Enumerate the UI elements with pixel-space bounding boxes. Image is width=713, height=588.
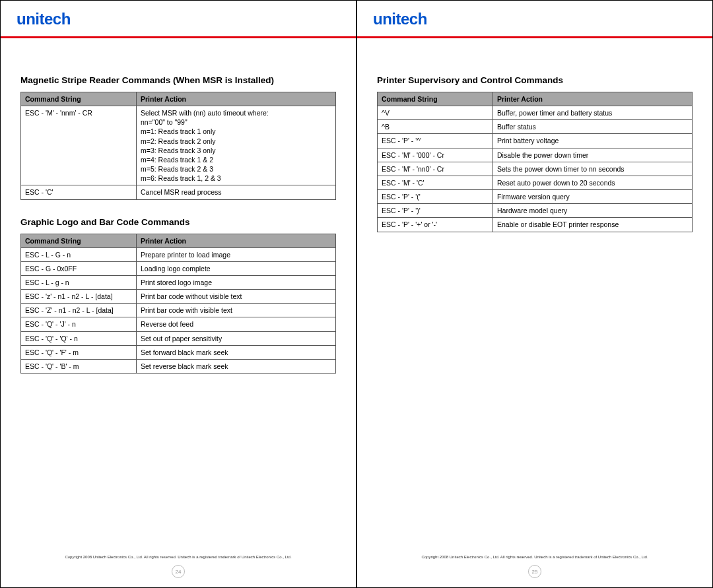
cell-cmd: ESC - 'P' - ')' [378, 204, 493, 218]
page-content: Magnetic Stripe Reader Commands (When MS… [1, 38, 356, 587]
cell-cmd: ESC - 'Q' - 'J' - n [21, 317, 137, 331]
cell-act: Print bar code without visible text [137, 290, 336, 304]
cell-act: Set forward black mark seek [137, 345, 336, 359]
cell-cmd: ESC - 'C' [21, 185, 137, 199]
table-row: ESC - 'M' - 'C'Reset auto power down to … [378, 176, 693, 189]
page-content: Printer Supervisory and Control Commands… [357, 38, 712, 587]
cell-cmd: ESC - 'P' - '+' or '-' [378, 218, 493, 232]
cell-cmd: ESC - 'P' - '(' [378, 190, 493, 204]
section-title-graphic: Graphic Logo and Bar Code Commands [20, 217, 336, 227]
cell-cmd: ^B [378, 120, 493, 134]
cell-act: Print battery voltage [493, 134, 693, 148]
page-footer: Copyright 2008 Unitech Electronics Co., … [357, 555, 712, 578]
table-row: ESC - 'P' - '^'Print battery voltage [378, 134, 693, 148]
table-row: ESC - 'Z' - n1 - n2 - L - [data]Print ba… [21, 304, 336, 317]
page-header: unitech [357, 1, 712, 32]
cell-cmd: ESC - G - 0x0FF [21, 261, 137, 275]
cell-cmd: ESC - 'Q' - 'F' - m [21, 345, 137, 359]
col-header-cmd: Command String [21, 92, 137, 106]
cell-cmd: ESC - L - G - n [21, 247, 137, 261]
col-header-act: Printer Action [137, 234, 336, 247]
cell-act: Select MSR with (nn) auto timeout where:… [137, 106, 336, 185]
cell-cmd: ESC - 'M' - 'nn0' - Cr [378, 162, 493, 176]
table-row: ESC - 'P' - '+' or '-'Enable or disable … [378, 218, 693, 232]
table-graphic: Command String Printer Action ESC - L - … [20, 234, 336, 374]
cell-cmd: ^V [378, 106, 493, 120]
table-row: ESC - 'Q' - 'J' - nReverse dot feed [21, 317, 336, 331]
cell-act: Set out of paper sensitivity [137, 331, 336, 345]
cell-cmd: ESC - 'M' - 'C' [378, 176, 493, 189]
table-row: ESC - L - g - nPrint stored logo image [21, 275, 336, 289]
cell-act: Set reverse black mark seek [137, 359, 336, 373]
cell-act: Sets the power down timer to nn seconds [493, 162, 693, 176]
table-row: ^BBuffer status [378, 120, 693, 134]
table-row: ESC - G - 0x0FFLoading logo complete [21, 261, 336, 275]
copyright-text: Copyright 2008 Unitech Electronics Co., … [1, 555, 356, 559]
table-row: ESC - 'z' - n1 - n2 - L - [data]Print ba… [21, 290, 336, 304]
cell-act: Cancel MSR read process [137, 185, 336, 199]
cell-act: Print stored logo image [137, 275, 336, 289]
table-row: ESC - 'Q' - 'F' - mSet forward black mar… [21, 345, 336, 359]
cell-act: Firmware version query [493, 190, 693, 204]
table-msr: Command String Printer Action ESC - 'M' … [20, 92, 336, 200]
brand-logo: unitech [17, 10, 340, 28]
cell-act: Hardware model query [493, 204, 693, 218]
cell-act: Print bar code with visible text [137, 304, 336, 317]
cell-act: Enable or disable EOT printer response [493, 218, 693, 232]
cell-act: Buffer status [493, 120, 693, 134]
cell-cmd: ESC - 'Q' - 'B' - m [21, 359, 137, 373]
page-left: unitech Magnetic Stripe Reader Commands … [0, 0, 356, 588]
table-row: ESC - 'P' - '('Firmware version query [378, 190, 693, 204]
table-row: ESC - 'Q' - 'B' - mSet reverse black mar… [21, 359, 336, 373]
cell-cmd: ESC - L - g - n [21, 275, 137, 289]
cell-act: Buffer, power timer and battery status [493, 106, 693, 120]
page-right: unitech Printer Supervisory and Control … [356, 0, 713, 588]
cell-cmd: ESC - 'M' - 'nnm' - CR [21, 106, 137, 185]
brand-logo: unitech [373, 10, 696, 28]
section-title-msr: Magnetic Stripe Reader Commands (When MS… [20, 75, 336, 85]
col-header-act: Printer Action [137, 92, 336, 106]
col-header-cmd: Command String [21, 234, 137, 247]
cell-cmd: ESC - 'Z' - n1 - n2 - L - [data] [21, 304, 137, 317]
cell-cmd: ESC - 'M' - '000' - Cr [378, 148, 493, 162]
table-row: ESC - 'M' - 'nn0' - CrSets the power dow… [378, 162, 693, 176]
cell-cmd: ESC - 'P' - '^' [378, 134, 493, 148]
table-row: ESC - 'Q' - 'Q' - nSet out of paper sens… [21, 331, 336, 345]
cell-act: Prepare printer to load image [137, 247, 336, 261]
page-number: 25 [528, 565, 541, 578]
col-header-cmd: Command String [378, 92, 493, 106]
cell-act: Loading logo complete [137, 261, 336, 275]
cell-cmd: ESC - 'z' - n1 - n2 - L - [data] [21, 290, 137, 304]
cell-cmd: ESC - 'Q' - 'Q' - n [21, 331, 137, 345]
table-row: ^VBuffer, power timer and battery status [378, 106, 693, 120]
table-supervisory: Command String Printer Action ^VBuffer, … [377, 92, 693, 232]
table-row: ESC - 'P' - ')'Hardware model query [378, 204, 693, 218]
page-footer: Copyright 2008 Unitech Electronics Co., … [1, 555, 356, 578]
copyright-text: Copyright 2008 Unitech Electronics Co., … [357, 555, 712, 559]
table-row: ESC - 'C' Cancel MSR read process [21, 185, 336, 199]
page-number: 24 [172, 565, 185, 578]
table-row: ESC - 'M' - '000' - CrDisable the power … [378, 148, 693, 162]
page-header: unitech [1, 1, 356, 32]
col-header-act: Printer Action [493, 92, 693, 106]
table-row: ESC - 'M' - 'nnm' - CR Select MSR with (… [21, 106, 336, 185]
cell-act: Reset auto power down to 20 seconds [493, 176, 693, 189]
table-row: ESC - L - G - nPrepare printer to load i… [21, 247, 336, 261]
section-title-supervisory: Printer Supervisory and Control Commands [377, 75, 693, 85]
cell-act: Reverse dot feed [137, 317, 336, 331]
cell-act: Disable the power down timer [493, 148, 693, 162]
